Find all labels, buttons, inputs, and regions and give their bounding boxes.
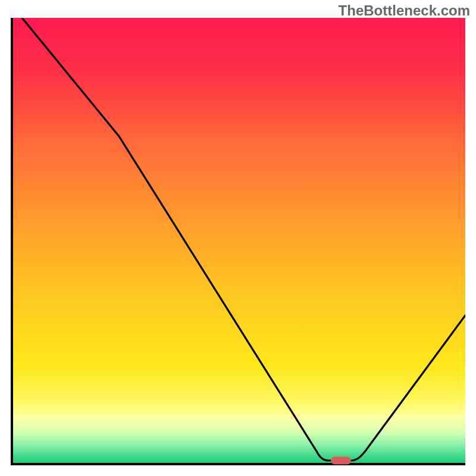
watermark-text: TheBottleneck.com bbox=[339, 2, 470, 19]
chart-container: TheBottleneck.com bbox=[0, 0, 476, 476]
optimal-marker bbox=[331, 457, 351, 465]
bottleneck-curve bbox=[13, 18, 465, 463]
plot-area bbox=[11, 18, 465, 465]
